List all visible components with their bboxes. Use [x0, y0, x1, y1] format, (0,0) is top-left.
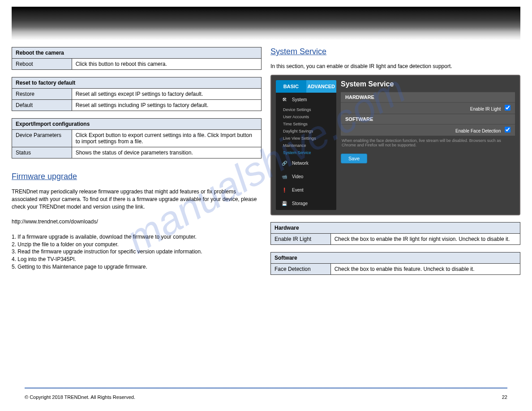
section-system-service: System Service [270, 47, 520, 56]
ss-save-button[interactable]: Save [341, 154, 367, 163]
footer: © Copyright 2018 TRENDnet. All Rights Re… [25, 394, 507, 400]
ss-nav-storage[interactable]: 💾 Storage [276, 197, 336, 210]
ss-nav-network-label: Network [292, 161, 309, 166]
sec-reboot: Reboot the camera [12, 47, 262, 59]
label-face-detection: Face Detection [271, 264, 331, 275]
ss-sub-device-settings[interactable]: Device Settings [276, 106, 336, 113]
ss-nav-video-label: Video [292, 174, 303, 179]
sec-reset: Reset to factory default [12, 77, 262, 89]
ss-content: System Service HARDWARE Enable IR Light … [341, 80, 515, 210]
label-restore: Restore [12, 89, 72, 100]
ss-nav-event[interactable]: ❗ Event [276, 183, 336, 197]
right-column: System Service In this section, you can … [270, 47, 520, 275]
ss-content-title: System Service [341, 80, 515, 88]
desc-face-detection: Check the box to enable this feature. Un… [330, 264, 520, 275]
desc-status: Shows the status of device parameters tr… [72, 147, 261, 158]
desc-restore: Reset all settings except IP settings to… [72, 89, 261, 100]
ss-nav-storage-label: Storage [292, 201, 308, 206]
system-service-screenshot: BASIC ADVANCED 🛠 System Device Settings … [270, 75, 520, 215]
system-service-body: In this section, you can enable or disab… [270, 63, 520, 69]
label-enable-ir: Enable IR Light [271, 234, 331, 245]
video-icon: 📹 [280, 172, 288, 180]
system-icon: 🛠 [280, 95, 288, 103]
ss-nav-system-label: System [292, 97, 307, 102]
ss-sub-maintenance[interactable]: Maintenance [276, 142, 336, 149]
ss-sub-system-service[interactable]: System Service [276, 149, 336, 156]
ss-nav-network[interactable]: 🔗 Network [276, 156, 336, 170]
footer-divider [25, 387, 507, 389]
firmware-upgrade-body: TRENDnet may periodically release firmwa… [12, 188, 262, 271]
ss-tab-advanced[interactable]: ADVANCED [306, 80, 337, 93]
ss-hardware-row: Enable IR Light [341, 102, 515, 114]
desc-deviceparams: Click Export button to export current se… [72, 130, 261, 147]
network-icon: 🔗 [280, 159, 288, 167]
ss-sub-time-settings[interactable]: Time Settings [276, 120, 336, 128]
table-exportimport: Export/Import configurations Device Para… [12, 118, 262, 158]
desc-default: Reset all settings including IP settings… [72, 100, 261, 111]
label-deviceparams: Device Parameters [12, 130, 72, 147]
label-status: Status [12, 147, 72, 158]
ss-enable-facedet-checkbox[interactable] [505, 127, 511, 133]
table-software: Software Face Detection Check the box to… [270, 252, 520, 275]
ss-nav-event-label: Event [292, 188, 304, 193]
table-reset: Reset to factory default Restore Reset a… [12, 77, 262, 111]
desc-reboot: Click this button to reboot this camera. [72, 59, 261, 70]
table-reboot: Reboot the camera Reboot Click this butt… [12, 47, 262, 70]
storage-icon: 💾 [280, 199, 288, 207]
label-reboot: Reboot [12, 59, 72, 70]
ss-nav-system[interactable]: 🛠 System [276, 93, 336, 106]
sec-export: Export/Import configurations [12, 119, 262, 130]
sec-software: Software [271, 253, 520, 264]
section-firmware-upgrade: Firmware upgrade [12, 172, 262, 181]
ss-enable-ir-label: Enable IR Light [470, 107, 501, 111]
left-column: Reboot the camera Reboot Click this butt… [12, 47, 262, 275]
header-banner [12, 7, 520, 40]
ss-enable-facedet-label: Enable Face Detection [455, 128, 501, 133]
ss-enable-ir-checkbox[interactable] [505, 105, 511, 111]
ss-software-row: Enable Face Detection [341, 124, 515, 136]
ss-help-text: When enabling the face detection functio… [341, 136, 515, 150]
ss-sidebar: BASIC ADVANCED 🛠 System Device Settings … [276, 80, 336, 210]
ss-sub-daylight[interactable]: Daylight Savings [276, 128, 336, 135]
ss-tab-basic[interactable]: BASIC [276, 80, 306, 93]
ss-sub-user-accounts[interactable]: User Accounts [276, 113, 336, 120]
sec-hardware: Hardware [271, 223, 520, 234]
ss-nav-video[interactable]: 📹 Video [276, 170, 336, 183]
ss-software-head: SOFTWARE [341, 114, 515, 124]
footer-copyright: © Copyright 2018 TRENDnet. All Rights Re… [25, 394, 135, 400]
label-default: Default [12, 100, 72, 111]
table-hardware: Hardware Enable IR Light Check the box t… [270, 222, 520, 245]
footer-pagenum: 22 [502, 394, 507, 400]
ss-hardware-head: HARDWARE [341, 92, 515, 102]
desc-enable-ir: Check the box to enable the IR light for… [330, 234, 520, 245]
ss-sub-liveview[interactable]: Live View Settings [276, 135, 336, 142]
event-icon: ❗ [280, 186, 288, 194]
